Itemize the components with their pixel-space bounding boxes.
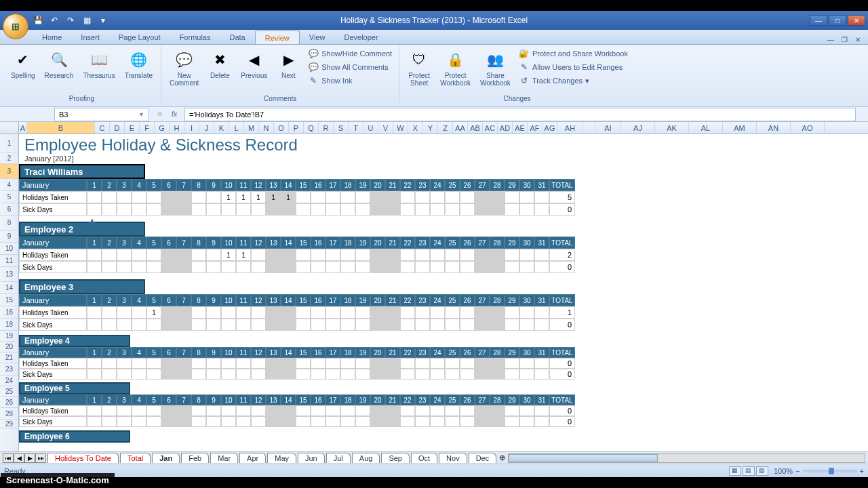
- data-cell[interactable]: [355, 358, 370, 369]
- data-cell[interactable]: [266, 306, 281, 319]
- data-cell[interactable]: [490, 319, 505, 331]
- data-cell[interactable]: [281, 306, 296, 319]
- data-cell[interactable]: [311, 319, 326, 331]
- data-cell[interactable]: [87, 369, 102, 380]
- data-cell[interactable]: [430, 358, 445, 369]
- data-cell[interactable]: [311, 261, 326, 273]
- data-cell[interactable]: [385, 319, 400, 331]
- mdi-close-icon[interactable]: ✕: [852, 35, 864, 44]
- office-button[interactable]: ⊞: [3, 14, 28, 39]
- data-cell[interactable]: [296, 405, 311, 416]
- data-cell[interactable]: [326, 203, 340, 216]
- data-cell[interactable]: [505, 306, 519, 319]
- data-cell[interactable]: [415, 319, 430, 331]
- track-changes-button[interactable]: ↺Track Changes ▾: [517, 75, 629, 87]
- data-cell[interactable]: [117, 249, 132, 261]
- data-cell[interactable]: [132, 191, 146, 203]
- data-cell[interactable]: [370, 306, 385, 319]
- thesaurus-button[interactable]: 📖Thesaurus: [80, 47, 117, 81]
- employee-name[interactable]: Employee 6: [19, 430, 130, 443]
- data-cell[interactable]: [415, 416, 430, 427]
- data-cell[interactable]: 1: [236, 191, 251, 203]
- data-cell[interactable]: [460, 405, 475, 416]
- data-cell[interactable]: [221, 369, 236, 380]
- data-cell[interactable]: [311, 203, 326, 216]
- name-box[interactable]: B3▼: [54, 108, 149, 121]
- data-cell[interactable]: [490, 191, 505, 203]
- data-cell[interactable]: [370, 249, 385, 261]
- row-header[interactable]: 11: [0, 255, 18, 267]
- normal-view-icon[interactable]: ▦: [729, 466, 741, 476]
- data-cell[interactable]: [251, 319, 266, 331]
- data-cell[interactable]: [460, 306, 475, 319]
- data-cell[interactable]: 1: [281, 191, 296, 203]
- mdi-restore-icon[interactable]: ❐: [838, 35, 850, 44]
- data-cell[interactable]: [534, 306, 549, 319]
- data-cell[interactable]: [445, 319, 460, 331]
- save-icon[interactable]: 💾: [33, 15, 43, 26]
- data-cell[interactable]: [296, 319, 311, 331]
- col-header[interactable]: AL: [689, 122, 723, 134]
- data-cell[interactable]: [505, 405, 519, 416]
- row-header[interactable]: 1: [0, 134, 18, 153]
- select-all-corner[interactable]: [0, 122, 19, 134]
- col-header[interactable]: AD: [498, 122, 513, 134]
- data-cell[interactable]: [505, 369, 519, 380]
- data-cell[interactable]: [355, 191, 370, 203]
- data-cell[interactable]: [326, 249, 340, 261]
- employee-name[interactable]: Employee 2: [19, 222, 145, 237]
- data-cell[interactable]: [176, 261, 191, 273]
- zoom-slider[interactable]: [803, 470, 857, 472]
- col-header[interactable]: L: [229, 122, 244, 134]
- data-cell[interactable]: [340, 369, 355, 380]
- employee-name[interactable]: Traci Williams: [19, 164, 145, 179]
- formula-input[interactable]: ='Holidays To Date'!B7: [184, 108, 856, 121]
- data-cell[interactable]: [370, 416, 385, 427]
- horizontal-scrollbar[interactable]: [508, 453, 865, 463]
- data-cell[interactable]: 1: [236, 249, 251, 261]
- sheet-tab[interactable]: Jan: [152, 453, 180, 463]
- data-cell[interactable]: [176, 369, 191, 380]
- data-cell[interactable]: [87, 319, 102, 331]
- data-cell[interactable]: [430, 319, 445, 331]
- data-cell[interactable]: [251, 261, 266, 273]
- data-cell[interactable]: [370, 261, 385, 273]
- sheet-tab[interactable]: Nov: [439, 453, 467, 463]
- protect-sheet-button[interactable]: 🛡Protect Sheet: [405, 47, 433, 88]
- data-cell[interactable]: [475, 249, 490, 261]
- data-cell[interactable]: [340, 249, 355, 261]
- data-cell[interactable]: [191, 358, 206, 369]
- data-cell[interactable]: [221, 319, 236, 331]
- data-cell[interactable]: [206, 261, 221, 273]
- col-header[interactable]: AN: [757, 122, 791, 134]
- tab-home[interactable]: Home: [33, 30, 71, 44]
- spelling-button[interactable]: ✔Spelling: [8, 47, 38, 81]
- col-header[interactable]: G: [155, 122, 170, 134]
- data-cell[interactable]: [236, 306, 251, 319]
- data-cell[interactable]: [445, 203, 460, 216]
- data-cell[interactable]: [355, 249, 370, 261]
- data-cell[interactable]: [161, 405, 176, 416]
- data-cell[interactable]: [445, 191, 460, 203]
- data-cell[interactable]: [87, 306, 102, 319]
- data-cell[interactable]: [534, 319, 549, 331]
- data-cell[interactable]: [161, 249, 176, 261]
- data-cell[interactable]: [176, 306, 191, 319]
- data-cell[interactable]: [117, 369, 132, 380]
- maximize-button[interactable]: □: [829, 15, 846, 26]
- col-header[interactable]: W: [393, 122, 408, 134]
- data-cell[interactable]: [415, 249, 430, 261]
- data-cell[interactable]: 1: [221, 249, 236, 261]
- data-cell[interactable]: [296, 358, 311, 369]
- row-header[interactable]: 21: [0, 352, 18, 363]
- previous-comment-button[interactable]: ◀Previous: [238, 47, 270, 81]
- data-cell[interactable]: [161, 306, 176, 319]
- data-cell[interactable]: [102, 358, 117, 369]
- data-cell[interactable]: [400, 405, 415, 416]
- data-cell[interactable]: [355, 203, 370, 216]
- data-cell[interactable]: [191, 416, 206, 427]
- data-cell[interactable]: [326, 405, 340, 416]
- row-header[interactable]: 10: [0, 243, 18, 255]
- tab-insert[interactable]: Insert: [71, 30, 109, 44]
- data-cell[interactable]: [281, 369, 296, 380]
